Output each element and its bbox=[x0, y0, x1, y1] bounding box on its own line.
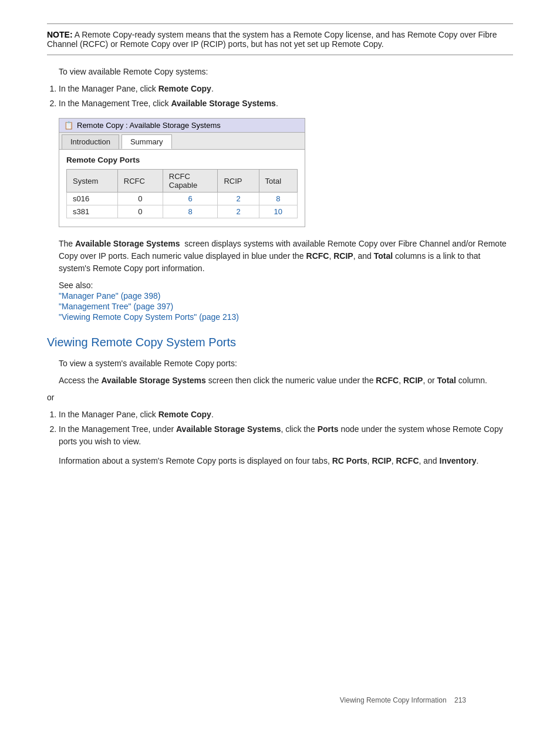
screenshot-tabs: Introduction Summary bbox=[59, 133, 305, 150]
screenshot-titlebar: 📋 Remote Copy : Available Storage System… bbox=[59, 119, 305, 133]
steps-list-2: In the Manager Pane, click Remote Copy. … bbox=[59, 409, 513, 448]
rc-ports-bold: RC Ports bbox=[332, 456, 367, 465]
col-rcip: RCIP bbox=[218, 170, 259, 193]
rcip-bold-2: RCIP bbox=[403, 376, 423, 385]
table-row: s016 0 6 2 8 bbox=[67, 193, 298, 205]
step-1-2: In the Management Tree, click Available … bbox=[59, 97, 513, 110]
link-manager-pane[interactable]: "Manager Pane" (page 398) bbox=[59, 291, 160, 301]
step-2-1: In the Manager Pane, click Remote Copy. bbox=[59, 409, 513, 421]
step-2-2: In the Management Tree, under Available … bbox=[59, 423, 513, 448]
link-viewing-ports[interactable]: "Viewing Remote Copy System Ports" (page… bbox=[59, 312, 239, 322]
col-rcfc-capable: RCFCCapable bbox=[163, 170, 218, 193]
or-text: or bbox=[47, 391, 513, 404]
screenshot-title: Remote Copy : Available Storage Systems bbox=[77, 121, 221, 130]
ports-bold: Ports bbox=[318, 424, 339, 434]
desc-paragraph: The Available Storage Systems screen dis… bbox=[59, 238, 513, 275]
info-text-paragraph: Information about a system's Remote Copy… bbox=[59, 455, 513, 467]
section-intro-text: To view a system's available Remote Copy… bbox=[59, 357, 513, 370]
access-text-paragraph: Access the Available Storage Systems scr… bbox=[59, 374, 513, 387]
row2-system: s381 bbox=[67, 205, 118, 218]
note-text: A Remote Copy-ready system means that th… bbox=[47, 30, 497, 49]
col-total: Total bbox=[259, 170, 297, 193]
steps-list-1: In the Manager Pane, click Remote Copy. … bbox=[59, 83, 513, 110]
row2-total[interactable]: 10 bbox=[259, 205, 297, 218]
row2-rcip[interactable]: 2 bbox=[218, 205, 259, 218]
tab-summary[interactable]: Summary bbox=[122, 134, 172, 149]
see-also-link-3[interactable]: "Viewing Remote Copy System Ports" (page… bbox=[59, 312, 513, 322]
see-also-link-1[interactable]: "Manager Pane" (page 398) bbox=[59, 291, 513, 301]
rcip-bold-3: RCIP bbox=[372, 456, 391, 465]
row1-rcip[interactable]: 2 bbox=[218, 193, 259, 205]
available-storage-bold-1: Available Storage Systems bbox=[171, 99, 275, 108]
tab-introduction[interactable]: Introduction bbox=[62, 134, 119, 149]
total-bold-2: Total bbox=[437, 376, 456, 385]
row2-rcfc-capable[interactable]: 8 bbox=[163, 205, 218, 218]
remote-copy-bold-2: Remote Copy bbox=[158, 410, 211, 419]
footer: Viewing Remote Copy Information 213 bbox=[340, 696, 466, 704]
see-also-block: See also: "Manager Pane" (page 398) "Man… bbox=[59, 281, 513, 322]
col-rcfc: RCFC bbox=[117, 170, 163, 193]
available-storage-bold-2: Available Storage Systems bbox=[75, 239, 180, 248]
row1-rcfc-capable[interactable]: 6 bbox=[163, 193, 218, 205]
table-row: s381 0 8 2 10 bbox=[67, 205, 298, 218]
note-label: NOTE: bbox=[47, 30, 73, 39]
rc-ports-heading: Remote Copy Ports bbox=[66, 156, 298, 164]
total-bold-1: Total bbox=[374, 251, 393, 261]
remote-copy-bold-1: Remote Copy bbox=[158, 84, 211, 93]
inventory-bold: Inventory bbox=[440, 456, 477, 465]
row2-rcfc: 0 bbox=[117, 205, 163, 218]
footer-page-number: 213 bbox=[454, 696, 466, 704]
step-1-1: In the Manager Pane, click Remote Copy. bbox=[59, 83, 513, 95]
footer-label: Viewing Remote Copy Information bbox=[340, 696, 447, 704]
see-also-label: See also: bbox=[59, 281, 513, 290]
rcip-bold-1: RCIP bbox=[333, 251, 353, 261]
section-heading-viewing-ports: Viewing Remote Copy System Ports bbox=[47, 336, 513, 349]
row1-total[interactable]: 8 bbox=[259, 193, 297, 205]
available-storage-bold-4: Available Storage Systems bbox=[176, 424, 281, 434]
rcfc-bold-1: RCFC bbox=[306, 251, 329, 261]
row1-rcfc: 0 bbox=[117, 193, 163, 205]
col-system: System bbox=[67, 170, 118, 193]
intro-text: To view available Remote Copy systems: bbox=[59, 66, 513, 78]
row1-system: s016 bbox=[67, 193, 118, 205]
screenshot-content: Remote Copy Ports System RCFC RCFCCapabl… bbox=[59, 150, 305, 227]
rc-ports-table: System RCFC RCFCCapable RCIP Total s016 … bbox=[66, 169, 298, 218]
screenshot-panel: 📋 Remote Copy : Available Storage System… bbox=[59, 118, 305, 227]
rcfc-bold-3: RCFC bbox=[396, 456, 419, 465]
note-box: NOTE: A Remote Copy-ready system means t… bbox=[47, 23, 513, 55]
titlebar-icon: 📋 bbox=[64, 121, 73, 130]
available-storage-bold-3: Available Storage Systems bbox=[101, 376, 205, 385]
see-also-link-2[interactable]: "Management Tree" (page 397) bbox=[59, 302, 513, 311]
rcfc-bold-2: RCFC bbox=[376, 376, 399, 385]
link-management-tree[interactable]: "Management Tree" (page 397) bbox=[59, 302, 173, 311]
